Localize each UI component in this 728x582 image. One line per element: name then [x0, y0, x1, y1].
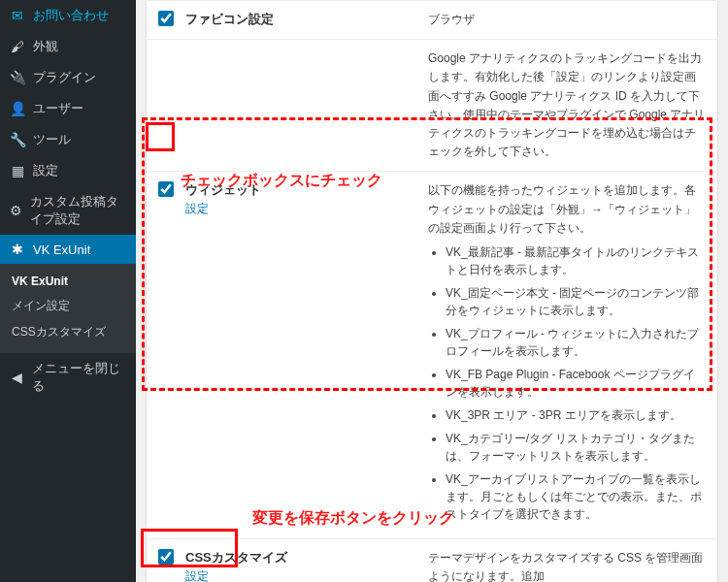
sidebar-item-label: プラグイン — [33, 69, 96, 86]
sidebar-item-label: ユーザー — [33, 100, 83, 117]
sidebar-item-label: VK ExUnit — [33, 242, 90, 257]
sidebar-item-appearance[interactable]: 🖌外観 — [0, 31, 136, 62]
sidebar-item-tools[interactable]: 🔧ツール — [0, 124, 136, 155]
sidebar-item-cpt[interactable]: ⚙カスタム投稿タイプ設定 — [0, 186, 136, 235]
css-desc1: テーマデザインをカスタマイズする CSS を管理画面 — [428, 549, 706, 567]
mail-icon: ✉ — [10, 8, 25, 23]
star-icon: ✱ — [10, 242, 25, 257]
list-item: VK_最新記事 - 最新記事タイトルのリンクテキストと日付を表示します。 — [446, 243, 706, 278]
css-checkbox[interactable] — [158, 549, 174, 565]
widget-checkbox[interactable] — [158, 181, 174, 197]
list-item: VK_カテゴリー/タグ リストカテゴリ・タグまたは、フォーマットリストを表示しま… — [446, 430, 706, 465]
analytics-desc: Google アナリティクスのトラッキングコードを出力します。有効化した後「設定… — [428, 51, 705, 158]
wrench-icon: 🔧 — [10, 132, 25, 147]
favicon-label: ファビコン設定 — [185, 12, 274, 26]
css-settings-link[interactable]: 設定 — [185, 568, 209, 582]
gear-icon: ⚙ — [10, 203, 22, 218]
sidebar-submenu: VK ExUnit メイン設定 CSSカスタマイズ — [0, 264, 136, 353]
widget-label: ウィジェット — [185, 182, 261, 197]
sidebar-item-vkexunit[interactable]: ✱VK ExUnit — [0, 235, 136, 264]
main-content: ファビコン設定 ブラウザ Google アナリティクスのトラッキングコードを出力… — [136, 0, 728, 582]
favicon-desc: ブラウザ — [428, 13, 475, 26]
list-item: VK_3PR エリア - 3PR エリアを表示します。 — [446, 406, 706, 424]
sliders-icon: ▦ — [10, 163, 25, 178]
css-label: CSSカスタマイズ — [185, 550, 287, 565]
sidebar-item-label: 外観 — [33, 38, 58, 55]
widget-settings-link[interactable]: 設定 — [185, 201, 209, 217]
admin-sidebar: ✉お問い合わせ 🖌外観 🔌プラグイン 👤ユーザー 🔧ツール ▦設定 ⚙カスタム投… — [0, 0, 136, 582]
settings-table: ファビコン設定 ブラウザ Google アナリティクスのトラッキングコードを出力… — [146, 0, 718, 582]
row-widget: ウィジェット 設定 以下の機能を持ったウィジェットを追加します。各ウィジェットの… — [147, 172, 718, 539]
sidebar-sub-item-main[interactable]: メイン設定 — [0, 293, 136, 319]
sidebar-item-label: カスタム投稿タイプ設定 — [30, 193, 126, 228]
sidebar-collapse[interactable]: ◀メニューを閉じる — [0, 353, 136, 402]
brush-icon: 🖌 — [10, 39, 25, 54]
sidebar-item-label: 設定 — [33, 162, 58, 179]
sidebar-sub-item-vkexunit[interactable]: VK ExUnit — [0, 270, 136, 293]
favicon-checkbox[interactable] — [158, 11, 174, 26]
sidebar-item-label: お問い合わせ — [33, 7, 109, 24]
list-item: VK_固定ページ本文 - 固定ページのコンテンツ部分をウィジェットに表示します。 — [446, 284, 706, 319]
row-favicon: ファビコン設定 ブラウザ — [147, 1, 718, 40]
user-icon: 👤 — [10, 101, 25, 116]
sidebar-item-label: メニューを閉じる — [32, 360, 126, 395]
widget-desc-list: VK_最新記事 - 最新記事タイトルのリンクテキストと日付を表示します。 VK_… — [428, 243, 706, 523]
plug-icon: 🔌 — [10, 70, 25, 85]
css-desc2: ようになります。追加 — [428, 567, 706, 582]
sidebar-item-settings[interactable]: ▦設定 — [0, 155, 136, 186]
list-item: VK_プロフィール - ウィジェットに入力されたプロフィールを表示します。 — [446, 325, 706, 360]
chevron-left-icon: ◀ — [10, 370, 24, 385]
widget-desc-intro: 以下の機能を持ったウィジェットを追加します。各ウィジェットの設定は「外観」→「ウ… — [428, 181, 706, 238]
sidebar-item-plugins[interactable]: 🔌プラグイン — [0, 62, 136, 93]
row-analytics-desc: Google アナリティクスのトラッキングコードを出力します。有効化した後「設定… — [147, 40, 718, 172]
sidebar-sub-item-css[interactable]: CSSカスタマイズ — [0, 319, 136, 345]
sidebar-item-users[interactable]: 👤ユーザー — [0, 93, 136, 124]
list-item: VK_FB Page Plugin - Facebook ページプラグインを表示… — [446, 366, 706, 401]
sidebar-item-label: ツール — [33, 131, 71, 148]
sidebar-item-contact[interactable]: ✉お問い合わせ — [0, 0, 136, 31]
row-css: CSSカスタマイズ 設定 テーマデザインをカスタマイズする CSS を管理画面 … — [147, 538, 718, 582]
list-item: VK_アーカイブリストアーカイブの一覧を表示します。月ごともしくは年ごとでの表示… — [446, 470, 706, 523]
